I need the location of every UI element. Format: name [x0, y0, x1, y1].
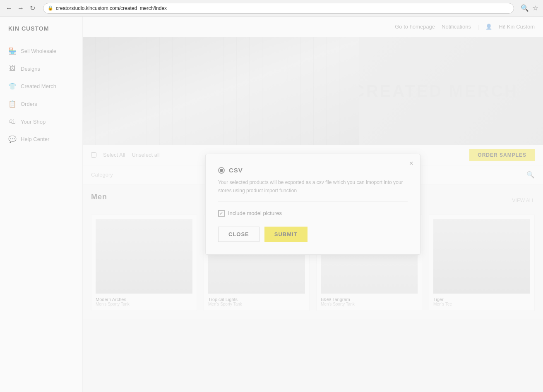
refresh-button[interactable]: ↻	[28, 4, 36, 12]
sidebar-label-designs: Designs	[21, 66, 40, 72]
main-content: Go to homepage Notifications | 👤 Hi! Kin…	[83, 17, 543, 392]
export-format-label: CSV	[229, 167, 243, 174]
checkbox-check-icon: ✓	[219, 210, 223, 216]
sidebar-label-help-center: Help Center	[21, 136, 49, 142]
designs-icon: 🖼	[8, 65, 17, 72]
sidebar-item-orders[interactable]: 📋 Orders	[0, 95, 82, 113]
browser-bar: ← → ↻ 🔒 creatorstudio.kincustom.com/crea…	[0, 0, 543, 17]
export-format-option: CSV	[218, 167, 408, 174]
search-browser-icon[interactable]: 🔍	[521, 4, 529, 12]
bookmark-icon[interactable]: ☆	[532, 4, 538, 12]
sell-wholesale-icon: 🏪	[8, 47, 17, 55]
export-description: Your selected products will be exported …	[218, 179, 408, 201]
export-dialog: × CSV Your selected products will be exp…	[205, 154, 420, 254]
sidebar: KIN CUSTOM 🏪 Sell Wholesale 🖼 Designs 👕 …	[0, 17, 83, 392]
csv-radio[interactable]	[218, 167, 225, 174]
help-center-icon: 💬	[8, 135, 17, 143]
sidebar-label-your-shop: Your Shop	[21, 119, 46, 125]
sidebar-item-designs[interactable]: 🖼 Designs	[0, 60, 82, 77]
sidebar-label-created-merch: Created Merch	[21, 83, 56, 89]
dialog-close-button[interactable]: ×	[409, 159, 413, 168]
dialog-buttons: CLOSE SUBMIT	[218, 227, 408, 242]
sidebar-item-created-merch[interactable]: 👕 Created Merch	[0, 77, 82, 95]
created-merch-icon: 👕	[8, 82, 17, 90]
sidebar-item-your-shop[interactable]: 🛍 Your Shop	[0, 113, 82, 130]
browser-actions: 🔍 ☆	[521, 4, 538, 12]
dialog-wrapper: × CSV Your selected products will be exp…	[83, 17, 543, 392]
include-model-pictures-label: Include model pictures	[228, 210, 282, 216]
app-container: KIN CUSTOM 🏪 Sell Wholesale 🖼 Designs 👕 …	[0, 17, 543, 392]
sidebar-label-sell-wholesale: Sell Wholesale	[21, 48, 56, 54]
close-button[interactable]: CLOSE	[218, 227, 259, 242]
address-bar[interactable]: 🔒 creatorstudio.kincustom.com/created_me…	[43, 3, 514, 14]
orders-icon: 📋	[8, 100, 17, 108]
model-pictures-checkbox-row: ✓ Include model pictures	[218, 210, 408, 217]
url-text: creatorstudio.kincustom.com/created_merc…	[56, 5, 167, 11]
radio-selected-indicator	[220, 169, 223, 172]
your-shop-icon: 🛍	[8, 118, 17, 125]
sidebar-item-help-center[interactable]: 💬 Help Center	[0, 130, 82, 148]
include-model-pictures-checkbox[interactable]: ✓	[218, 210, 225, 217]
logo: KIN CUSTOM	[0, 25, 82, 42]
submit-button[interactable]: SUBMIT	[264, 227, 308, 242]
back-button[interactable]: ←	[5, 4, 13, 12]
forward-button[interactable]: →	[17, 4, 25, 12]
sidebar-item-sell-wholesale[interactable]: 🏪 Sell Wholesale	[0, 42, 82, 60]
sidebar-label-orders: Orders	[21, 101, 37, 107]
lock-icon: 🔒	[48, 5, 53, 11]
logo-text: KIN CUSTOM	[8, 25, 49, 32]
